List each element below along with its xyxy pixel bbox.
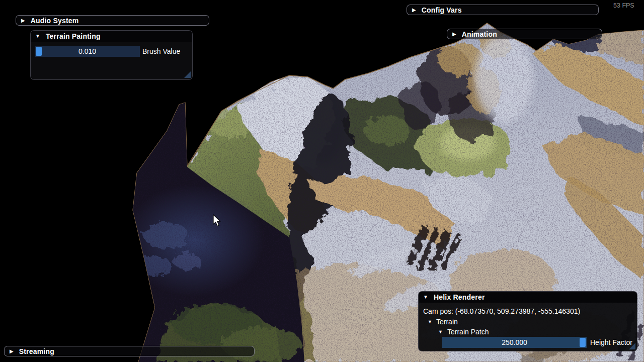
collapse-arrow-icon[interactable]: ▶ <box>452 32 456 37</box>
fps-counter: 53 FPS <box>613 2 634 9</box>
collapse-arrow-icon[interactable]: ▼ <box>423 295 428 300</box>
window-title: Terrain Painting <box>46 32 101 40</box>
terrain-painting-titlebar[interactable]: ▼ Terrain Painting <box>31 31 192 42</box>
window-title: Streaming <box>19 347 54 355</box>
window-streaming[interactable]: ▶ Streaming <box>4 346 255 356</box>
window-title: Helix Renderer <box>434 293 485 301</box>
slider-value: 0.010 <box>78 47 96 55</box>
slider-grab[interactable] <box>580 338 586 347</box>
app-stage: 53 FPS ▶ Audio System ▶ Config Vars ▶ An… <box>0 0 644 362</box>
window-title: Audio System <box>31 17 79 25</box>
window-config-vars[interactable]: ▶ Config Vars <box>407 5 599 15</box>
collapse-arrow-icon[interactable]: ▼ <box>35 34 40 39</box>
window-audio-system[interactable]: ▶ Audio System <box>16 15 209 26</box>
helix-renderer-titlebar[interactable]: ▼ Helix Renderer <box>419 292 637 303</box>
brush-value-slider[interactable]: 0.010 <box>35 46 140 57</box>
resize-grip[interactable] <box>629 343 635 349</box>
window-helix-renderer[interactable]: ▼ Helix Renderer Cam pos: (-68.073570, 5… <box>418 291 637 351</box>
tree-open-arrow-icon[interactable]: ▼ <box>438 327 443 336</box>
window-title: Animation <box>462 30 497 38</box>
slider-grab[interactable] <box>36 47 42 56</box>
slider-label: Brush Value <box>142 46 180 57</box>
tree-open-arrow-icon[interactable]: ▼ <box>428 317 432 326</box>
tree-node-label: Terrain Patch <box>447 327 489 336</box>
window-animation[interactable]: ▶ Animation <box>447 29 602 39</box>
collapse-arrow-icon[interactable]: ▶ <box>412 8 416 13</box>
resize-grip[interactable] <box>184 71 191 78</box>
collapse-arrow-icon[interactable]: ▶ <box>10 349 14 354</box>
tree-node-label: Terrain <box>436 317 458 326</box>
window-title: Config Vars <box>422 6 462 14</box>
height-factor-slider[interactable]: 250.000 <box>442 337 587 348</box>
slider-label: Height Factor <box>590 337 632 348</box>
window-terrain-painting[interactable]: ▼ Terrain Painting 0.010 Brush Value <box>30 30 193 80</box>
slider-value: 250.000 <box>502 338 527 346</box>
collapse-arrow-icon[interactable]: ▶ <box>21 18 25 23</box>
cam-pos-readout: Cam pos: (-68.073570, 509.273987, -555.1… <box>423 307 580 316</box>
